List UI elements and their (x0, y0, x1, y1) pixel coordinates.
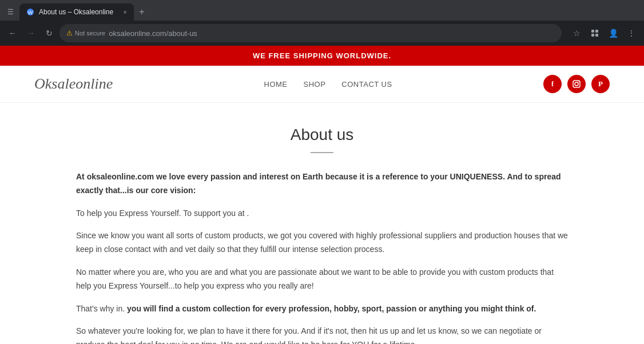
extensions-btn[interactable] (587, 25, 603, 41)
social-facebook-btn[interactable]: f (543, 75, 562, 93)
toolbar-icons: ☆ 👤 ⋮ (569, 25, 639, 41)
tab-favicon: W (26, 8, 34, 16)
more-btn[interactable]: ⋮ (623, 25, 639, 41)
security-label: Not secure (75, 30, 105, 37)
nav-shop[interactable]: SHOP (304, 80, 326, 89)
about-para-5: So whatever you're looking for, we plan … (76, 325, 568, 344)
bookmark-btn[interactable]: ☆ (569, 25, 585, 41)
main-content: About us At oksaleonline.com we love eve… (65, 103, 579, 344)
svg-point-7 (575, 82, 578, 86)
header-social: f P (543, 75, 610, 93)
address-text: oksaleonline.com/about-us (109, 29, 197, 38)
security-badge: ⚠ Not secure (66, 29, 105, 37)
address-path: /about-us (166, 29, 197, 38)
address-bar-row: ← → ↻ ⚠ Not secure oksaleonline.com/abou… (0, 21, 644, 46)
about-para-2: Since we know you want all sorts of cust… (76, 229, 568, 257)
announcement-text: WE FREE SHIPPING WORLDWIDE. (253, 51, 391, 60)
about-intro-bold: At oksaleonline.com we love every passio… (76, 170, 568, 198)
svg-rect-4 (591, 34, 594, 37)
announcement-bar: WE FREE SHIPPING WORLDWIDE. (0, 46, 644, 66)
svg-text:W: W (28, 10, 33, 15)
tab-title: About us – Oksaleonline (39, 8, 113, 16)
svg-rect-6 (573, 81, 580, 87)
chrome-menu-btn[interactable]: ☰ (5, 6, 16, 18)
svg-rect-2 (591, 30, 594, 33)
tab-bar: ☰ W About us – Oksaleonline × + (0, 0, 644, 21)
browser-tab-active[interactable]: W About us – Oksaleonline × (19, 3, 134, 21)
svg-point-8 (578, 82, 579, 83)
site-nav: HOME SHOP CONTACT US (264, 80, 392, 89)
forward-btn[interactable]: → (23, 25, 39, 41)
profile-btn[interactable]: 👤 (605, 25, 621, 41)
intro-bold-text: At oksaleonline.com we love every passio… (76, 172, 561, 195)
nav-home[interactable]: HOME (264, 80, 288, 89)
reload-btn[interactable]: ↻ (41, 25, 57, 41)
about-para-1: To help you Express Yourself. To support… (76, 207, 568, 221)
social-instagram-btn[interactable] (567, 75, 586, 93)
svg-rect-3 (595, 30, 598, 33)
site-logo[interactable]: Oksaleonline (34, 75, 113, 93)
svg-rect-5 (595, 34, 598, 37)
nav-contact[interactable]: CONTACT US (341, 80, 392, 89)
address-bar[interactable]: ⚠ Not secure oksaleonline.com/about-us (59, 24, 562, 42)
back-btn[interactable]: ← (5, 25, 21, 41)
about-para-4: That's why in. you will find a custom co… (76, 302, 568, 316)
page-title: About us (76, 126, 568, 144)
browser-chrome: ☰ W About us – Oksaleonline × + ← → ↻ ⚠ … (0, 0, 644, 46)
new-tab-btn[interactable]: + (134, 4, 150, 20)
about-para-3: No matter where you are, who you are and… (76, 266, 568, 293)
social-pinterest-btn[interactable]: P (591, 75, 610, 93)
site-header: Oksaleonline HOME SHOP CONTACT US f P (0, 66, 644, 103)
warning-icon: ⚠ (66, 29, 73, 37)
title-divider (311, 152, 333, 153)
address-domain: oksaleonline.com (109, 29, 166, 38)
tab-close-btn[interactable]: × (124, 9, 127, 15)
para4-bold: you will find a custom collection for ev… (127, 304, 536, 313)
